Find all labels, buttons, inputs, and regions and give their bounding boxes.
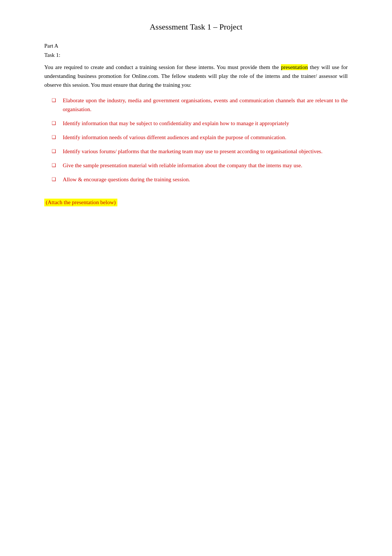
bullet-text: Allow & encourage questions during the t…: [63, 175, 348, 184]
bullet-icon: ❑: [52, 120, 60, 127]
bullet-list: ❑ Elaborate upon the industry, media and…: [44, 96, 348, 184]
bullet-text: Give the sample presentation material wi…: [63, 161, 348, 170]
page-title: Assessment Task 1 – Project: [44, 22, 348, 32]
task-label: Task 1:: [44, 52, 348, 58]
bullet-text: Identify information needs of various di…: [63, 133, 348, 142]
list-item: ❑ Elaborate upon the industry, media and…: [52, 96, 348, 114]
part-label: Part A: [44, 43, 348, 49]
bullet-icon: ❑: [52, 97, 60, 104]
bullet-icon: ❑: [52, 134, 60, 141]
list-item: ❑ Identify various forums/ platforms tha…: [52, 147, 348, 156]
bullet-text: Identify various forums/ platforms that …: [63, 147, 348, 156]
bullet-icon: ❑: [52, 176, 60, 183]
bullet-text: Identify information that may be subject…: [63, 119, 348, 128]
attach-note: (Attach the presentation below): [44, 199, 117, 206]
bullet-text: Elaborate upon the industry, media and g…: [63, 96, 348, 114]
list-item: ❑ Identify information that may be subje…: [52, 119, 348, 128]
list-item: ❑ Allow & encourage questions during the…: [52, 175, 348, 184]
intro-text-before-highlight: You are required to create and conduct a…: [44, 64, 281, 70]
intro-paragraph: You are required to create and conduct a…: [44, 63, 348, 89]
bullet-icon: ❑: [52, 162, 60, 169]
bullet-icon: ❑: [52, 148, 60, 155]
highlighted-presentation-word: presentation: [281, 64, 308, 70]
list-item: ❑ Identify information needs of various …: [52, 133, 348, 142]
list-item: ❑ Give the sample presentation material …: [52, 161, 348, 170]
